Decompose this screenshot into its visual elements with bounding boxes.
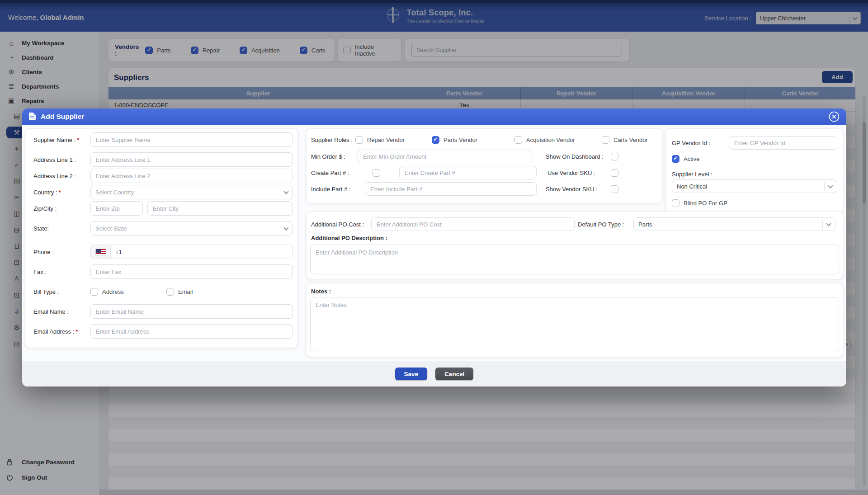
supplier-name-label: Supplier Name :* [33, 132, 79, 147]
default-po-type-select[interactable]: Parts [633, 217, 835, 231]
checkbox-label: Blind PO For GP [684, 200, 727, 207]
modal-title: Add Supplier [41, 113, 84, 121]
checkbox-bill-email[interactable] [166, 288, 174, 296]
blind-po-option[interactable]: Blind PO For GP [672, 198, 727, 208]
active-option[interactable]: Active [672, 153, 699, 164]
checkbox-repair-vendor[interactable] [355, 136, 363, 144]
role-acquisition-vendor[interactable]: Acquisition Vendor [514, 134, 575, 145]
chevron-down-icon [283, 189, 288, 194]
required-mark: * [75, 328, 78, 335]
checkbox-acquisition-vendor[interactable] [514, 136, 522, 144]
checkbox-show-on-dashboard[interactable] [611, 153, 618, 160]
address2-label: Address Line 2 : [33, 169, 76, 183]
include-part-input[interactable] [365, 182, 537, 196]
notes-textarea[interactable] [310, 297, 839, 352]
checkbox-carts-vendor[interactable] [602, 136, 609, 144]
checkbox-create-part[interactable] [373, 169, 380, 177]
checkbox-label: Repair Vendor [367, 137, 405, 143]
additional-po-cost-label: Additional PO Cost : [311, 217, 364, 231]
modal-header: Add Supplier [22, 108, 846, 125]
phone-label: Phone : [33, 245, 54, 259]
min-order-label: Min Order $ : [311, 150, 345, 163]
email-name-input[interactable] [90, 304, 293, 319]
include-part-label: Include Part # : [311, 182, 350, 196]
save-button[interactable]: Save [395, 368, 428, 380]
notes-label: Notes : [311, 286, 331, 296]
supplier-level-select[interactable]: Non Critical [672, 179, 837, 193]
additional-po-cost-input[interactable] [371, 217, 575, 231]
po-card: Additional PO Cost : Default PO Type : P… [306, 212, 843, 279]
create-part-input[interactable] [399, 166, 537, 179]
chevron-down-icon [283, 225, 288, 230]
zip-city-label: Zip/City : [33, 201, 57, 216]
use-vendor-sku-label: Use Vendor SKU : [547, 166, 595, 179]
supplier-roles-label: Supplier Roles : [311, 134, 353, 145]
role-parts-vendor[interactable]: Parts Vendor [432, 134, 477, 145]
supplier-level-label: Supplier Level : [672, 170, 712, 179]
cancel-button[interactable]: Cancel [435, 368, 473, 380]
bill-type-label: Bill Type : [33, 284, 59, 299]
create-part-label: Create Part # : [311, 166, 349, 179]
city-input[interactable] [147, 201, 293, 216]
email-name-label: Email Name : [33, 304, 69, 319]
chevron-down-icon [826, 221, 831, 226]
supplier-roles-card: Supplier Roles : Repair Vendor Parts Ven… [306, 128, 662, 203]
additional-po-description-textarea[interactable] [310, 245, 839, 274]
checkbox-label: Address [102, 288, 124, 295]
show-vendor-sku-label: Show Vendor SKU : [546, 182, 598, 196]
checkbox-use-vendor-sku[interactable] [611, 169, 618, 177]
us-flag-icon [95, 249, 106, 255]
checkbox-parts-vendor[interactable] [432, 136, 439, 144]
country-select[interactable]: Select Country [90, 185, 293, 199]
checkbox-label: Carts Vendor [613, 137, 648, 143]
fax-input[interactable] [90, 264, 293, 279]
role-repair-vendor[interactable]: Repair Vendor [355, 134, 405, 145]
add-supplier-modal: Add Supplier Supplier Name :* Address Li… [22, 108, 846, 387]
bill-type-address-option[interactable]: Address [90, 284, 124, 299]
email-address-label: Email Address :* [33, 324, 78, 339]
checkbox-label: Parts Vendor [443, 137, 477, 143]
checkbox-show-vendor-sku[interactable] [611, 185, 618, 193]
gp-vendor-id-input[interactable] [729, 136, 837, 150]
required-mark: * [77, 137, 79, 143]
checkbox-bill-address[interactable] [90, 288, 98, 296]
role-carts-vendor[interactable]: Carts Vendor [602, 134, 648, 145]
checkbox-label: Active [684, 156, 699, 162]
bill-type-email-option[interactable]: Email [166, 284, 193, 299]
checkbox-blind-po[interactable] [672, 199, 679, 207]
gp-vendor-card: GP Vendor Id : Active Supplier Level : N… [666, 128, 843, 214]
close-button[interactable] [828, 111, 840, 123]
app-root: Welcome, Global Admin Total Scope, Inc. … [0, 0, 868, 495]
supplier-info-card: Supplier Name :* Address Line 1 : Addres… [25, 128, 298, 348]
checkbox-label: Email [178, 288, 193, 295]
address2-input[interactable] [90, 169, 293, 183]
country-label: Country :* [33, 185, 61, 199]
phone-input[interactable] [111, 245, 292, 259]
show-on-dashboard-label: Show On Dashboard : [546, 150, 604, 163]
notes-card: Notes : [306, 283, 843, 357]
chevron-down-icon [828, 183, 833, 188]
default-po-type-label: Default PO Type : [578, 217, 624, 231]
checkbox-label: Acquisition Vendor [526, 137, 575, 143]
phone-field [90, 245, 293, 259]
additional-po-description-label: Additional PO Description : [311, 233, 387, 243]
email-address-input[interactable] [90, 324, 293, 339]
fax-label: Fax : [33, 264, 47, 279]
zip-input[interactable] [90, 201, 143, 216]
address1-input[interactable] [90, 152, 293, 167]
state-label: State: [33, 221, 49, 236]
document-icon [28, 112, 36, 122]
gp-vendor-id-label: GP Vendor Id : [672, 136, 710, 150]
address1-label: Address Line 1 : [33, 152, 76, 167]
required-mark: * [59, 189, 61, 196]
modal-footer: Save Cancel [22, 361, 846, 387]
country-flag-selector[interactable] [91, 245, 111, 259]
min-order-input[interactable] [358, 150, 532, 163]
state-select[interactable]: Select State [90, 221, 293, 236]
supplier-name-input[interactable] [90, 132, 293, 147]
checkbox-active[interactable] [672, 155, 679, 163]
